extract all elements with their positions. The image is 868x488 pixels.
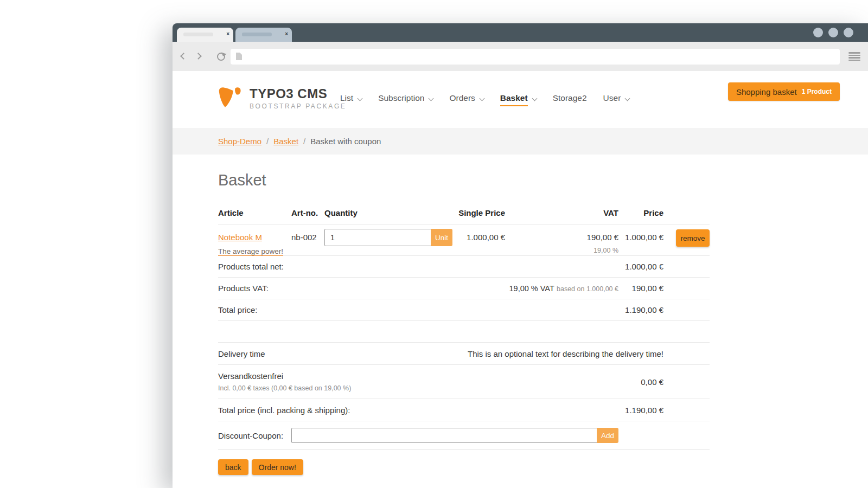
col-header-article: Article <box>218 208 291 217</box>
forward-icon[interactable] <box>193 50 206 63</box>
product-artno: nb-002 <box>291 229 324 242</box>
basket-table: Article Art-no. Quantity Single Price VA… <box>218 201 710 475</box>
typo3-logo-icon <box>218 84 242 112</box>
address-bar[interactable] <box>231 49 840 65</box>
logo-title: TYPO3 CMS <box>250 86 346 101</box>
col-header-quantity: Quantity <box>324 208 453 217</box>
window-button-icon[interactable] <box>813 28 823 37</box>
shipping-row: Versandkostenfrei Incl. 0,00 € taxes (0,… <box>218 364 710 399</box>
table-row: Notebook M The average power! nb-002 Uni… <box>218 224 710 255</box>
browser-toolbar <box>173 42 868 71</box>
nav-item-storage2[interactable]: Storage2 <box>553 93 587 106</box>
window-button-icon[interactable] <box>828 28 838 37</box>
col-header-price: Price <box>618 208 663 217</box>
delivery-row: Delivery time This is an optional text f… <box>218 342 710 364</box>
shipping-value: 0,00 € <box>618 377 663 387</box>
page-document-icon <box>236 53 242 60</box>
window-button-icon[interactable] <box>844 28 853 37</box>
total-net-value: 1.000,00 € <box>618 262 663 271</box>
tab-title-placeholder <box>242 33 272 36</box>
product-vat: 190,00 € <box>587 233 618 242</box>
col-header-vat: VAT <box>505 208 618 217</box>
shopping-basket-label: Shopping basket <box>736 87 797 97</box>
coupon-input[interactable] <box>291 428 597 443</box>
coupon-row: Discount-Coupon: Add <box>218 421 710 450</box>
product-link[interactable]: Notebook M <box>218 233 262 242</box>
tab-close-icon[interactable]: × <box>285 31 288 37</box>
coupon-label: Discount-Coupon: <box>218 431 291 440</box>
breadcrumb-separator: / <box>266 137 269 146</box>
total-price-value: 1.190,00 € <box>618 305 663 314</box>
vat-label: Products VAT: <box>218 284 453 293</box>
vat-note: 19,00 % VAT <box>509 284 554 293</box>
nav-item-orders[interactable]: Orders <box>449 93 483 106</box>
quantity-input[interactable] <box>324 229 431 246</box>
menu-icon[interactable] <box>848 52 860 61</box>
total-price-label: Total price: <box>218 305 453 314</box>
product-price: 1.000,00 € <box>618 229 663 242</box>
product-vat-rate: 19,00 % <box>505 247 618 254</box>
delivery-label: Delivery time <box>218 349 324 358</box>
table-header-row: Article Art-no. Quantity Single Price VA… <box>218 201 710 224</box>
shipping-label: Versandkostenfrei <box>218 371 618 381</box>
main-nav: List Subscription Orders Basket Storage2… <box>340 71 629 128</box>
action-buttons: back Order now! <box>218 459 710 475</box>
spacer-row <box>218 320 710 342</box>
product-subtitle-link[interactable]: The average power! <box>218 247 283 256</box>
grand-total-label: Total price (incl. packing & shipping): <box>218 406 505 415</box>
tab-close-icon[interactable]: × <box>226 31 229 37</box>
vat-note-base: based on 1.000,00 € <box>557 285 618 293</box>
col-header-artno: Art-no. <box>291 208 324 217</box>
browser-titlebar: × × <box>173 23 868 42</box>
delivery-note: This is an optional text for describing … <box>324 349 663 358</box>
browser-tab-inactive[interactable]: × <box>235 28 292 42</box>
remove-button[interactable]: remove <box>676 229 710 247</box>
logo-subtitle: BOOTSTRAP PACKAGE <box>250 102 346 110</box>
basket-count-badge: 1 Product <box>802 88 832 95</box>
order-now-button[interactable]: Order now! <box>252 459 303 475</box>
nav-item-list[interactable]: List <box>340 93 362 106</box>
browser-window: × × TYPO3 CMS <box>173 23 868 488</box>
grand-total-value: 1.190,00 € <box>618 406 663 415</box>
breadcrumb-separator: / <box>303 137 305 146</box>
shipping-tax-note: Incl. 0,00 € taxes (0,00 € based on 19,0… <box>218 384 618 392</box>
tab-title-placeholder <box>183 33 213 36</box>
product-single-price: 1.000,00 € <box>453 229 505 242</box>
total-price-row: Total price: 1.190,00 € <box>218 299 710 320</box>
browser-tab-active[interactable]: × <box>177 28 233 42</box>
vat-value: 190,00 € <box>618 284 663 293</box>
back-icon[interactable] <box>177 50 190 63</box>
reload-icon[interactable] <box>217 53 225 61</box>
total-net-label: Products total net: <box>218 262 453 271</box>
coupon-add-button[interactable]: Add <box>597 428 618 443</box>
page-title: Basket <box>218 171 868 189</box>
breadcrumb-link-shop-demo[interactable]: Shop-Demo <box>218 137 261 146</box>
breadcrumb-link-basket[interactable]: Basket <box>273 137 298 146</box>
chevron-down-icon <box>429 96 434 101</box>
unit-button[interactable]: Unit <box>431 229 452 246</box>
breadcrumb-current: Basket with coupon <box>310 137 381 146</box>
shopping-basket-button[interactable]: Shopping basket 1 Product <box>728 82 840 101</box>
vat-row: Products VAT: 19,00 % VAT based on 1.000… <box>218 277 710 299</box>
window-controls <box>813 28 853 37</box>
back-button[interactable]: back <box>218 459 248 475</box>
breadcrumb: Shop-Demo / Basket / Basket with coupon <box>173 128 868 155</box>
chevron-down-icon <box>479 96 484 101</box>
chevron-down-icon <box>532 96 537 101</box>
total-net-row: Products total net: 1.000,00 € <box>218 255 710 277</box>
typo3-logo[interactable]: TYPO3 CMS BOOTSTRAP PACKAGE <box>218 84 346 112</box>
site-header: TYPO3 CMS BOOTSTRAP PACKAGE List Subscri… <box>173 71 868 128</box>
nav-item-subscription[interactable]: Subscription <box>378 93 433 106</box>
grand-total-row: Total price (incl. packing & shipping): … <box>218 399 710 421</box>
nav-item-user[interactable]: User <box>603 93 630 106</box>
chevron-down-icon <box>358 96 363 101</box>
chevron-down-icon <box>625 96 630 101</box>
nav-item-basket[interactable]: Basket <box>500 93 537 106</box>
col-header-single-price: Single Price <box>453 208 505 217</box>
main-content: Basket Article Art-no. Quantity Single P… <box>173 155 868 475</box>
